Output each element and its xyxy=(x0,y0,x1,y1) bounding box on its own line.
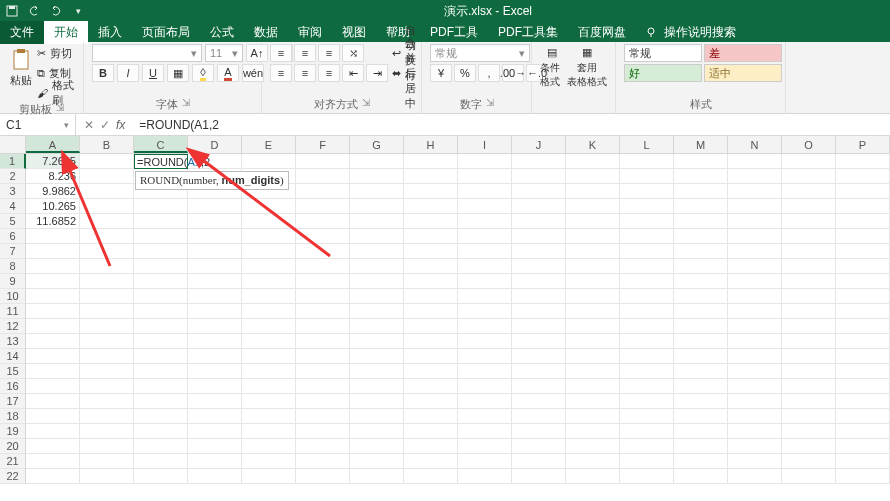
save-icon[interactable] xyxy=(4,3,20,19)
accounting-format-button[interactable]: ¥ xyxy=(430,64,452,82)
cell-M12[interactable] xyxy=(674,319,728,334)
row-header-2[interactable]: 2 xyxy=(0,169,26,184)
cell-O20[interactable] xyxy=(782,439,836,454)
cell-E19[interactable] xyxy=(242,424,296,439)
cell-C14[interactable] xyxy=(134,349,188,364)
cell-M5[interactable] xyxy=(674,214,728,229)
cell-G8[interactable] xyxy=(350,259,404,274)
row-header-10[interactable]: 10 xyxy=(0,289,26,304)
cell-N20[interactable] xyxy=(728,439,782,454)
cell-N6[interactable] xyxy=(728,229,782,244)
cell-P22[interactable] xyxy=(836,469,890,484)
cell-O1[interactable] xyxy=(782,154,836,169)
cell-O7[interactable] xyxy=(782,244,836,259)
column-header-L[interactable]: L xyxy=(620,136,674,153)
row-header-9[interactable]: 9 xyxy=(0,274,26,289)
cell-E16[interactable] xyxy=(242,379,296,394)
enter-formula-button[interactable]: ✓ xyxy=(100,118,110,132)
percent-format-button[interactable]: % xyxy=(454,64,476,82)
cell-P16[interactable] xyxy=(836,379,890,394)
row-header-14[interactable]: 14 xyxy=(0,349,26,364)
cell-B10[interactable] xyxy=(80,289,134,304)
cell-O5[interactable] xyxy=(782,214,836,229)
cell-P9[interactable] xyxy=(836,274,890,289)
cell-J9[interactable] xyxy=(512,274,566,289)
row-header-19[interactable]: 19 xyxy=(0,424,26,439)
cell-H18[interactable] xyxy=(404,409,458,424)
phonetic-button[interactable]: wén xyxy=(242,64,264,82)
cell-O6[interactable] xyxy=(782,229,836,244)
cell-A4[interactable]: 10.265 xyxy=(26,199,80,214)
cell-I17[interactable] xyxy=(458,394,512,409)
cell-B18[interactable] xyxy=(80,409,134,424)
cell-F2[interactable] xyxy=(296,169,350,184)
cell-B3[interactable] xyxy=(80,184,134,199)
cell-D9[interactable] xyxy=(188,274,242,289)
cell-A14[interactable] xyxy=(26,349,80,364)
format-painter-button[interactable]: 🖌格式刷 xyxy=(37,84,75,102)
cell-G7[interactable] xyxy=(350,244,404,259)
style-bad[interactable]: 差 xyxy=(704,44,782,62)
column-header-F[interactable]: F xyxy=(296,136,350,153)
cell-M9[interactable] xyxy=(674,274,728,289)
cell-K20[interactable] xyxy=(566,439,620,454)
cell-O8[interactable] xyxy=(782,259,836,274)
cell-B4[interactable] xyxy=(80,199,134,214)
column-header-G[interactable]: G xyxy=(350,136,404,153)
cell-G2[interactable] xyxy=(350,169,404,184)
cell-D8[interactable] xyxy=(188,259,242,274)
cell-J3[interactable] xyxy=(512,184,566,199)
cell-H1[interactable] xyxy=(404,154,458,169)
cell-C10[interactable] xyxy=(134,289,188,304)
border-button[interactable]: ▦ xyxy=(167,64,189,82)
row-header-15[interactable]: 15 xyxy=(0,364,26,379)
column-header-I[interactable]: I xyxy=(458,136,512,153)
align-center-button[interactable]: ≡ xyxy=(294,64,316,82)
cell-K4[interactable] xyxy=(566,199,620,214)
cell-A13[interactable] xyxy=(26,334,80,349)
conditional-formatting-button[interactable]: ▤ 条件格式 xyxy=(540,44,563,90)
cell-M18[interactable] xyxy=(674,409,728,424)
cell-K7[interactable] xyxy=(566,244,620,259)
cell-F18[interactable] xyxy=(296,409,350,424)
cell-J8[interactable] xyxy=(512,259,566,274)
tell-me-input[interactable]: 操作说明搜索 xyxy=(664,24,736,41)
cell-K12[interactable] xyxy=(566,319,620,334)
format-as-table-button[interactable]: ▦ 套用 表格格式 xyxy=(567,44,607,90)
cell-D7[interactable] xyxy=(188,244,242,259)
cell-F14[interactable] xyxy=(296,349,350,364)
cell-O21[interactable] xyxy=(782,454,836,469)
cell-L5[interactable] xyxy=(620,214,674,229)
cell-J13[interactable] xyxy=(512,334,566,349)
row-header-1[interactable]: 1 xyxy=(0,154,26,169)
cell-N1[interactable] xyxy=(728,154,782,169)
cell-B7[interactable] xyxy=(80,244,134,259)
cell-G22[interactable] xyxy=(350,469,404,484)
cell-H8[interactable] xyxy=(404,259,458,274)
cell-G3[interactable] xyxy=(350,184,404,199)
cell-E17[interactable] xyxy=(242,394,296,409)
cell-C9[interactable] xyxy=(134,274,188,289)
cell-F6[interactable] xyxy=(296,229,350,244)
cell-D4[interactable] xyxy=(188,199,242,214)
cell-F4[interactable] xyxy=(296,199,350,214)
comma-format-button[interactable]: , xyxy=(478,64,500,82)
cell-M10[interactable] xyxy=(674,289,728,304)
cell-F10[interactable] xyxy=(296,289,350,304)
cell-E18[interactable] xyxy=(242,409,296,424)
cell-O11[interactable] xyxy=(782,304,836,319)
cell-K3[interactable] xyxy=(566,184,620,199)
cell-L9[interactable] xyxy=(620,274,674,289)
tab-review[interactable]: 审阅 xyxy=(288,21,332,44)
cell-P2[interactable] xyxy=(836,169,890,184)
cell-B12[interactable] xyxy=(80,319,134,334)
align-bottom-button[interactable]: ≡ xyxy=(318,44,340,62)
cell-P13[interactable] xyxy=(836,334,890,349)
cell-M14[interactable] xyxy=(674,349,728,364)
cell-A2[interactable]: 8.236 xyxy=(26,169,80,184)
cell-G16[interactable] xyxy=(350,379,404,394)
cell-P4[interactable] xyxy=(836,199,890,214)
cell-A1[interactable]: 7.2635 xyxy=(26,154,80,169)
cell-B8[interactable] xyxy=(80,259,134,274)
cell-O4[interactable] xyxy=(782,199,836,214)
